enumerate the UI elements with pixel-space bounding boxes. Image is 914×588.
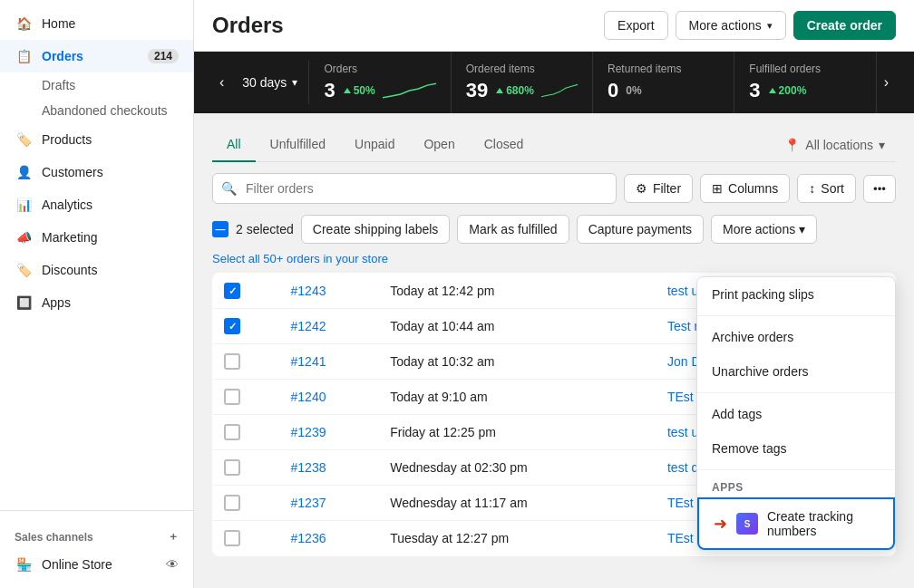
sort-label: Sort — [821, 181, 844, 196]
sidebar-item-customers[interactable]: 👤 Customers — [0, 156, 193, 188]
sidebar-item-orders[interactable]: 📋 Orders 214 — [0, 40, 193, 72]
sidebar-item-discounts[interactable]: 🏷️ Discounts — [0, 254, 193, 286]
add-tags-label: Add tags — [712, 407, 762, 421]
sort-button[interactable]: ↕ Sort — [797, 174, 856, 203]
row-checkbox-1[interactable] — [224, 318, 240, 334]
sidebar-item-online-store[interactable]: 🏪 Online Store 👁 — [0, 548, 193, 581]
tab-unpaid[interactable]: Unpaid — [340, 128, 409, 162]
bulk-more-actions-label: More actions — [723, 222, 795, 236]
dropdown-divider-3 — [697, 469, 895, 470]
dropdown-divider-1 — [697, 315, 895, 316]
stats-fulfilled-orders: Fulfilled orders 3 200% — [734, 52, 876, 113]
select-all-checkbox[interactable] — [212, 221, 228, 237]
order-number-4[interactable]: #1239 — [291, 425, 326, 439]
sidebar-item-home[interactable]: 🏠 Home — [0, 7, 193, 40]
topbar: Orders Export More actions Create order — [194, 0, 914, 52]
location-pin-icon: 📍 — [784, 138, 800, 152]
bulk-more-actions-button[interactable]: More actions ▾ — [711, 215, 817, 244]
sidebar-item-analytics[interactable]: 📊 Analytics — [0, 188, 193, 221]
sidebar-item-abandoned[interactable]: Abandoned checkouts — [42, 98, 193, 123]
row-checkbox-4[interactable] — [224, 424, 240, 440]
dropdown-item-remove-tags[interactable]: Remove tags — [697, 431, 895, 466]
stats-next-button[interactable]: › — [877, 60, 896, 105]
main-content: Orders Export More actions Create order … — [194, 0, 914, 588]
filter-icon: ⚙ — [636, 181, 647, 196]
row-checkbox-5[interactable] — [224, 459, 240, 476]
order-number-1[interactable]: #1242 — [291, 319, 326, 333]
sales-channels-section: Sales channels ＋ — [0, 518, 193, 548]
dropdown-item-add-tags[interactable]: Add tags — [697, 397, 895, 431]
sidebar-item-customers-label: Customers — [42, 165, 103, 179]
sidebar-item-online-store-label: Online Store — [42, 557, 112, 572]
sidebar-item-products[interactable]: 🏷️ Products — [0, 123, 193, 156]
mark-as-fulfilled-button[interactable]: Mark as fulfilled — [457, 215, 569, 244]
selected-count: 2 selected — [236, 222, 294, 236]
home-icon: 🏠 — [15, 14, 33, 33]
stats-fulfilled-change: 200% — [768, 84, 807, 97]
stats-period-arrow: ▾ — [292, 76, 297, 89]
search-input[interactable] — [212, 173, 617, 204]
columns-button[interactable]: ⊞ Columns — [700, 174, 790, 203]
dropdown-item-create-tracking[interactable]: ➜ S Create tracking numbers — [697, 497, 895, 550]
dropdown-item-archive[interactable]: Archive orders — [697, 320, 895, 354]
sidebar-item-marketing-label: Marketing — [42, 230, 97, 245]
tab-unfulfilled[interactable]: Unfulfilled — [256, 128, 340, 162]
stats-ordered-items-change: 680% — [495, 84, 534, 97]
sidebar-item-abandoned-label: Abandoned checkouts — [42, 103, 168, 118]
page-title: Orders — [212, 13, 284, 38]
stats-prev-button[interactable]: ‹ — [212, 60, 231, 105]
analytics-icon: 📊 — [15, 196, 33, 214]
filter-label: Filter — [653, 181, 681, 196]
sidebar-item-apps[interactable]: 🔲 Apps — [0, 286, 193, 319]
capture-payments-button[interactable]: Capture payments — [577, 215, 704, 244]
order-number-5[interactable]: #1238 — [291, 460, 326, 475]
add-sales-channel-icon[interactable]: ＋ — [168, 529, 179, 545]
stats-orders-value: 3 50% — [324, 79, 435, 102]
stats-bar: ‹ 30 days ▾ Orders 3 50% Ordered items 3… — [194, 52, 914, 113]
columns-label: Columns — [728, 181, 778, 196]
row-checkbox-2[interactable] — [224, 353, 240, 370]
more-actions-button[interactable]: More actions — [676, 11, 786, 40]
filter-button[interactable]: ⚙ Filter — [624, 174, 693, 203]
orders-badge: 214 — [148, 49, 179, 63]
row-checkbox-3[interactable] — [224, 389, 240, 405]
search-wrap: 🔍 — [212, 173, 617, 204]
row-checkbox-6[interactable] — [224, 495, 240, 511]
create-order-button[interactable]: Create order — [793, 11, 896, 40]
sidebar-item-marketing[interactable]: 📣 Marketing — [0, 221, 193, 254]
create-shipping-labels-button[interactable]: Create shipping labels — [301, 215, 451, 244]
dropdown-item-print-packing[interactable]: Print packing slips — [697, 277, 895, 312]
sidebar-item-drafts[interactable]: Drafts — [42, 72, 193, 98]
locations-label: All locations — [805, 138, 873, 152]
select-all-link[interactable]: Select all 50+ orders in your store — [212, 250, 388, 267]
sidebar: 🏠 Home 📋 Orders 214 Drafts Abandoned che… — [0, 0, 194, 588]
stats-period-selector[interactable]: 30 days ▾ — [231, 61, 309, 104]
tab-all[interactable]: All — [212, 128, 256, 162]
sidebar-sub-nav: Drafts Abandoned checkouts — [0, 72, 193, 123]
order-number-3[interactable]: #1240 — [291, 390, 326, 404]
order-number-6[interactable]: #1237 — [291, 496, 326, 510]
content-area: All Unfulfilled Unpaid Open Closed 📍 All… — [194, 113, 914, 588]
print-packing-label: Print packing slips — [712, 287, 814, 302]
order-date-0: Today at 12:42 pm — [390, 284, 494, 298]
row-checkbox-7[interactable] — [224, 530, 240, 546]
sidebar-item-discounts-label: Discounts — [42, 263, 97, 277]
stats-orders-label: Orders — [324, 63, 435, 75]
tab-open[interactable]: Open — [409, 128, 469, 162]
dropdown-item-unarchive[interactable]: Unarchive orders — [697, 354, 895, 389]
locations-button[interactable]: 📍 All locations ▾ — [773, 130, 896, 159]
orders-icon: 📋 — [15, 47, 33, 65]
order-number-7[interactable]: #1236 — [291, 531, 326, 545]
sidebar-nav: 🏠 Home 📋 Orders 214 Drafts Abandoned che… — [0, 0, 193, 510]
unarchive-label: Unarchive orders — [712, 364, 809, 379]
more-options-button[interactable]: ••• — [863, 175, 896, 203]
archive-label: Archive orders — [712, 330, 793, 344]
row-checkbox-0[interactable] — [224, 283, 240, 299]
order-number-2[interactable]: #1241 — [291, 354, 326, 369]
order-number-0[interactable]: #1243 — [291, 284, 326, 298]
export-button[interactable]: Export — [604, 11, 667, 40]
tab-closed[interactable]: Closed — [470, 128, 539, 162]
online-store-visibility-icon[interactable]: 👁 — [166, 557, 179, 572]
sidebar-item-drafts-label: Drafts — [42, 78, 75, 92]
stats-ordered-items: Ordered items 39 680% — [452, 52, 593, 113]
